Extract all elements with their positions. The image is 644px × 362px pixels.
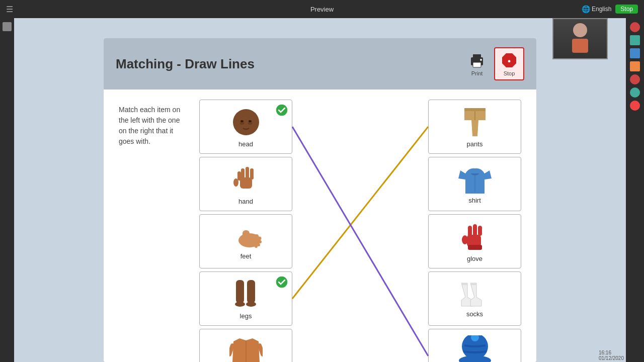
left-column: head xyxy=(199,100,292,362)
chest-image xyxy=(229,336,263,363)
left-sidebar xyxy=(0,18,14,362)
svg-rect-44 xyxy=(461,283,467,285)
svg-rect-43 xyxy=(468,245,482,250)
svg-line-32 xyxy=(229,345,232,354)
svg-rect-41 xyxy=(478,226,482,236)
svg-point-25 xyxy=(257,243,260,246)
matching-area: head xyxy=(194,100,526,362)
time: 16:16 xyxy=(599,350,611,355)
svg-point-8 xyxy=(233,109,259,135)
right-sidebar xyxy=(626,18,644,362)
hand-label: hand xyxy=(238,198,253,205)
right-icon-4[interactable] xyxy=(630,61,640,71)
card-legs[interactable]: legs xyxy=(199,272,292,326)
svg-point-24 xyxy=(259,240,262,243)
svg-point-26 xyxy=(255,245,258,248)
legs-label: legs xyxy=(240,312,252,320)
svg-rect-4 xyxy=(473,62,481,67)
svg-rect-36 xyxy=(464,108,486,111)
card-glove[interactable]: glove xyxy=(428,214,521,268)
hand-image xyxy=(231,163,261,196)
header-actions: Print ● Stop xyxy=(468,47,524,80)
right-icon-6[interactable] xyxy=(630,87,640,98)
activity-panel: Matching - Draw Lines Print xyxy=(104,38,536,362)
webcam xyxy=(552,18,608,59)
svg-point-29 xyxy=(235,302,245,307)
sidebar-icon-1[interactable] xyxy=(3,22,12,31)
svg-rect-3 xyxy=(473,54,481,58)
activity-body: Match each item on the left with the one… xyxy=(104,89,536,362)
stop-octagon-icon: ● xyxy=(500,51,518,69)
svg-line-49 xyxy=(292,127,428,299)
glove-image xyxy=(460,221,490,253)
english-button[interactable]: 🌐 English xyxy=(582,5,611,13)
right-icon-2[interactable] xyxy=(630,35,640,45)
topbar: ☰ Preview 🌐 English Stop xyxy=(0,0,644,18)
svg-point-31 xyxy=(276,276,288,288)
right-icon-1[interactable] xyxy=(630,22,640,32)
right-icon-5[interactable] xyxy=(630,74,640,84)
right-icon-7[interactable] xyxy=(630,101,640,111)
svg-rect-39 xyxy=(468,226,472,237)
head-check xyxy=(275,103,289,117)
svg-rect-27 xyxy=(236,280,244,303)
stop-activity-button[interactable]: ● Stop xyxy=(494,47,524,80)
svg-point-0 xyxy=(573,23,587,37)
card-feet[interactable]: feet xyxy=(199,214,292,268)
topbar-title: Preview xyxy=(310,6,334,13)
topbar-left: ☰ xyxy=(6,5,13,14)
head-image xyxy=(230,106,262,138)
svg-line-50 xyxy=(292,127,428,356)
stop-button-top[interactable]: Stop xyxy=(615,5,638,14)
stop-label: Stop xyxy=(504,70,515,76)
glove-label: glove xyxy=(467,255,482,262)
right-icon-3[interactable] xyxy=(630,48,640,58)
content-area: Matching - Draw Lines Print xyxy=(14,18,626,362)
hat-image xyxy=(457,335,493,363)
shirt-label: shirt xyxy=(468,197,481,204)
card-chest[interactable]: chest xyxy=(199,329,292,362)
print-label: Print xyxy=(471,70,483,76)
card-head[interactable]: head xyxy=(199,100,292,154)
svg-point-42 xyxy=(462,235,468,244)
svg-rect-17 xyxy=(250,168,254,179)
card-hat[interactable]: hat xyxy=(428,329,521,362)
svg-point-12 xyxy=(249,120,252,122)
socks-image xyxy=(458,280,492,308)
card-hand[interactable]: hand xyxy=(199,157,292,211)
print-button[interactable]: Print xyxy=(468,51,486,76)
svg-point-5 xyxy=(480,59,482,61)
menu-icon[interactable]: ☰ xyxy=(6,5,13,14)
activity-header: Matching - Draw Lines Print xyxy=(104,38,536,89)
feet-label: feet xyxy=(240,252,252,260)
legs-image xyxy=(231,278,261,310)
english-label: English xyxy=(592,6,611,13)
socks-label: socks xyxy=(466,310,483,318)
print-icon xyxy=(468,51,486,69)
svg-line-33 xyxy=(260,345,263,354)
instructions: Match each item on the left with the one… xyxy=(114,100,194,362)
webcam-person xyxy=(565,21,595,56)
activity-title: Matching - Draw Lines xyxy=(116,56,255,72)
svg-rect-40 xyxy=(473,224,477,236)
svg-point-11 xyxy=(240,120,244,122)
svg-rect-21 xyxy=(243,230,250,243)
card-pants[interactable]: pants xyxy=(428,100,521,154)
shirt-image xyxy=(458,164,492,195)
svg-rect-1 xyxy=(572,39,588,53)
topbar-right: 🌐 English Stop xyxy=(582,5,638,14)
card-socks[interactable]: socks xyxy=(428,272,521,326)
svg-rect-45 xyxy=(470,283,476,285)
feet-image xyxy=(228,223,264,250)
svg-point-23 xyxy=(258,236,261,240)
head-label: head xyxy=(238,140,253,148)
svg-point-30 xyxy=(246,302,256,307)
card-shirt[interactable]: shirt xyxy=(428,157,521,211)
svg-point-13 xyxy=(276,104,288,116)
timestamp: 16:16 01/12/2020 xyxy=(599,350,624,361)
svg-text:●: ● xyxy=(508,58,511,64)
svg-rect-18 xyxy=(237,171,241,180)
svg-point-19 xyxy=(233,178,238,187)
right-column: pants shirt xyxy=(428,100,521,362)
legs-check xyxy=(275,275,289,289)
